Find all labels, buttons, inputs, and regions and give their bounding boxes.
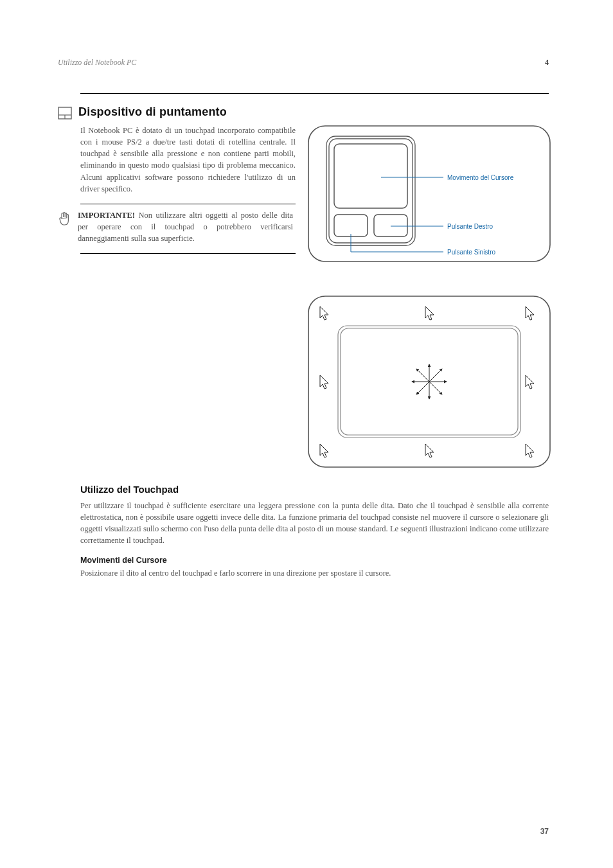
svg-rect-6 (334, 144, 407, 208)
note-rule-top (80, 204, 296, 204)
usage-heading: Utilizzo del Touchpad (80, 484, 549, 495)
touchpad-icon (58, 107, 72, 120)
svg-rect-5 (329, 139, 413, 243)
page-header: Utilizzo del Notebook PC 4 (58, 58, 549, 67)
svg-line-20 (429, 382, 442, 394)
header-chapter-number: 4 (545, 58, 549, 67)
fig1-label-movement: Movimento del Cursore (447, 174, 514, 181)
move-heading: Movimenti del Cursore (80, 556, 549, 565)
section-intro: Il Notebook PC è dotato di un touchpad i… (80, 125, 296, 195)
svg-rect-3 (308, 126, 550, 261)
important-label: IMPORTANTE! (78, 211, 135, 220)
figure-cursor-movement (307, 295, 551, 468)
caution-hand-icon (57, 211, 71, 230)
header-left: Utilizzo del Notebook PC (58, 58, 136, 67)
fig1-label-left: Pulsante Sinistro (447, 249, 495, 256)
svg-rect-4 (326, 136, 415, 245)
svg-rect-8 (374, 215, 407, 236)
svg-rect-7 (334, 215, 368, 236)
svg-line-19 (416, 369, 429, 382)
section-title: Dispositivo di puntamento (78, 105, 549, 119)
page-number: 37 (540, 827, 549, 836)
header-rule (80, 93, 549, 94)
usage-body: Per utilizzare il touchpad è sufficiente… (80, 500, 549, 547)
svg-line-18 (429, 369, 442, 382)
figure-touchpad-parts: Movimento del Cursore Pulsante Destro Pu… (307, 125, 551, 263)
note-rule-bottom (80, 253, 296, 254)
fig1-label-right: Pulsante Destro (447, 223, 493, 230)
svg-line-21 (416, 382, 429, 394)
important-note: IMPORTANTE! Non utilizzare altri oggetti… (78, 209, 293, 244)
move-body: Posizionare il dito al centro del touchp… (80, 567, 549, 579)
